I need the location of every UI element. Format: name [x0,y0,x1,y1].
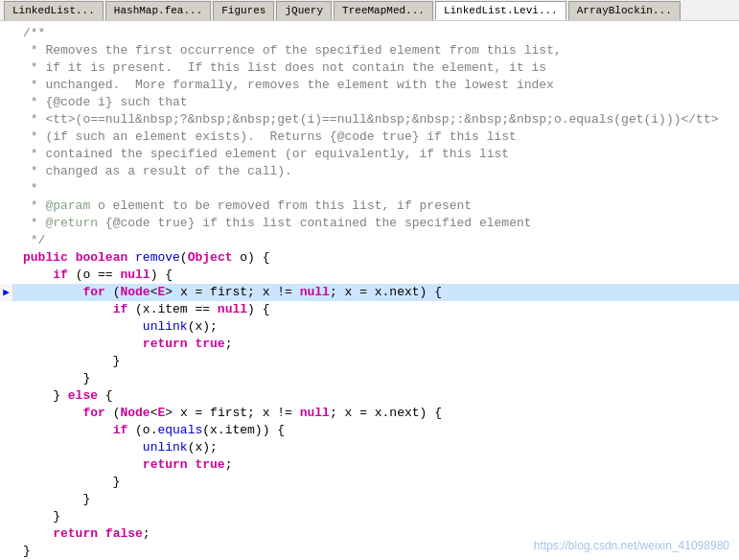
line-content: unlink(x); [19,318,218,336]
line-content: } else { [19,387,113,405]
line-content: return true; [19,456,232,474]
code-line: } [0,508,739,525]
line-content: */ [19,232,45,249]
code-line: return true; [0,336,739,353]
line-content: /** [19,25,45,42]
line-content: * [19,180,38,198]
code-line: */ [0,232,739,249]
line-content: } [19,543,31,560]
code-line: if (x.item == null) { [0,301,739,318]
line-content: if (x.item == null) { [19,301,269,318]
tab-hashmap[interactable]: HashMap.fea... [105,1,211,20]
code-line: * contained the specified element (or eq… [0,146,739,163]
code-line: * @return {@code true} if this list cont… [0,215,739,232]
code-line: * @param o element to be removed from th… [0,198,739,215]
line-content: if (o == null) { [19,267,173,284]
code-line: if (o.equals(x.item)) { [0,422,739,439]
tab-treemap[interactable]: TreeMapMed... [334,1,433,20]
code-line: * if it is present. If this list does no… [0,59,739,77]
code-line: * Removes the first occurrence of the sp… [0,42,739,59]
code-line: public boolean remove(Object o) { [0,249,739,267]
line-content: } [19,491,90,508]
code-line: } [0,491,739,508]
code-line: return true; [0,456,739,474]
line-content: if (o.equals(x.item)) { [19,422,285,439]
code-line: * [0,180,739,198]
line-content: * contained the specified element (or eq… [19,146,509,163]
code-area: /** * Removes the first occurrence of th… [0,21,739,560]
line-content: unlink(x); [19,439,218,456]
line-content: * unchanged. More formally, removes the … [19,77,554,94]
code-line: unlink(x); [0,439,739,456]
tab-figures[interactable]: Figures [213,1,274,20]
tab-arrayblocking[interactable]: ArrayBlockin... [568,1,681,20]
line-content: for (Node<E> x = first; x != null; x = x… [19,405,442,422]
line-content: * {@code i} such that [19,94,188,111]
code-line: } else { [0,387,739,405]
line-content: * (if such an element exists). Returns {… [19,128,517,146]
line-content: * <tt>(o==null&nbsp;?&nbsp;&nbsp;get(i)=… [19,111,719,128]
tab-jquery[interactable]: jQuery [276,1,332,20]
line-content: * if it is present. If this list does no… [19,59,546,77]
code-line: * <tt>(o==null&nbsp;?&nbsp;&nbsp;get(i)=… [0,111,739,128]
watermark: https://blog.csdn.net/weixin_41098980 [534,539,729,552]
code-line: if (o == null) { [0,267,739,284]
line-content: for (Node<E> x = first; x != null; x = x… [19,284,442,301]
tab-linkedlist-levi[interactable]: LinkedList.Levi... [435,1,566,20]
code-line: * unchanged. More formally, removes the … [0,77,739,94]
code-line: } [0,474,739,491]
code-line: /** [0,25,739,42]
code-line: for (Node<E> x = first; x != null; x = x… [0,405,739,422]
line-content: return false; [19,525,150,543]
line-content: public boolean remove(Object o) { [19,249,270,267]
code-line: } [0,353,739,370]
line-content: } [19,474,120,491]
tab-bar: LinkedList... HashMap.fea... Figures jQu… [0,0,739,21]
line-content: * changed as a result of the call). [19,163,292,180]
line-content: * Removes the first occurrence of the sp… [19,42,562,59]
line-content: } [19,370,90,387]
code-line: } [0,370,739,387]
code-line: unlink(x); [0,318,739,336]
code-line-highlighted: ▶ for (Node<E> x = first; x != null; x =… [0,284,739,301]
line-content: } [19,353,120,370]
line-content: * @param o element to be removed from th… [19,198,472,215]
code-line: * changed as a result of the call). [0,163,739,180]
line-content: } [19,508,60,525]
line-content: * @return {@code true} if this list cont… [19,215,532,232]
tab-linkedlist[interactable]: LinkedList... [4,1,104,20]
line-content: return true; [19,336,232,353]
line-gutter-arrow: ▶ [0,284,13,301]
code-line: * (if such an element exists). Returns {… [0,128,739,146]
code-line: * {@code i} such that [0,94,739,111]
